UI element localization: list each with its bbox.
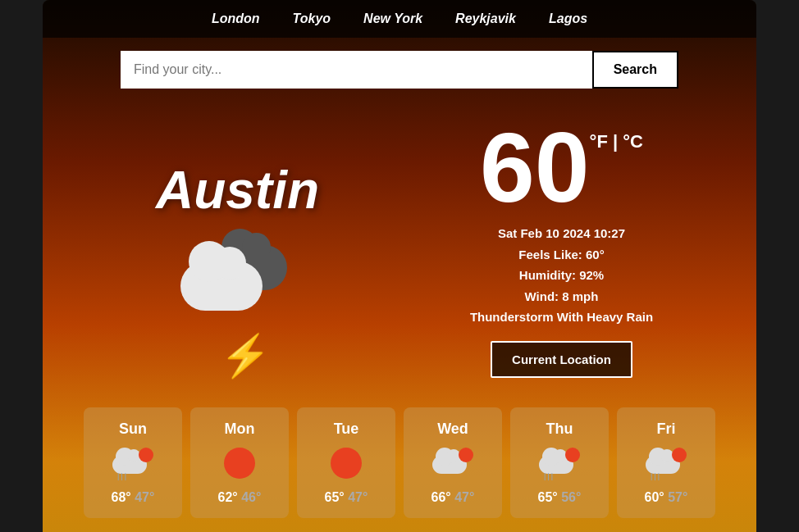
forecast-card-mon: Mon 62° 46° bbox=[190, 407, 289, 518]
app-container: London Tokyo New York Reykjavik Lagos Se… bbox=[43, 0, 756, 532]
forecast-day-sun: Sun bbox=[94, 421, 172, 438]
nav-city-london[interactable]: London bbox=[212, 11, 260, 26]
forecast-section: Sun ||| 68° 47° Mon 62° 46° bbox=[43, 394, 756, 533]
forecast-icon-thu: ||| bbox=[539, 448, 580, 480]
current-location-button[interactable]: Current Location bbox=[491, 341, 632, 378]
forecast-icon-wed bbox=[432, 448, 473, 480]
search-bar: Search bbox=[121, 51, 678, 89]
forecast-day-mon: Mon bbox=[200, 421, 279, 438]
date-time: Sat Feb 10 2024 10:27 bbox=[416, 223, 707, 244]
temperature: 60 bbox=[480, 118, 589, 216]
feels-like: Feels Like: 60° bbox=[416, 244, 707, 266]
forecast-day-fri: Fri bbox=[627, 421, 705, 438]
temp-display: 60 °F | °C bbox=[416, 118, 707, 216]
weather-info: 60 °F | °C Sat Feb 10 2024 10:27 Feels L… bbox=[416, 118, 707, 378]
forecast-temps-fri: 60° 57° bbox=[627, 490, 705, 505]
search-input[interactable] bbox=[121, 51, 592, 89]
forecast-day-wed: Wed bbox=[413, 421, 492, 438]
forecast-day-thu: Thu bbox=[520, 421, 599, 438]
forecast-card-wed: Wed 66° 47° bbox=[404, 407, 502, 518]
humidity: Humidity: 92% bbox=[416, 265, 707, 286]
forecast-icon-tue bbox=[326, 448, 367, 480]
nav-city-lagos[interactable]: Lagos bbox=[549, 11, 587, 26]
weather-details: Sat Feb 10 2024 10:27 Feels Like: 60° Hu… bbox=[416, 223, 707, 328]
forecast-card-fri: Fri ||| 60° 57° bbox=[617, 407, 715, 518]
nav-city-tokyo[interactable]: Tokyo bbox=[293, 11, 331, 26]
forecast-card-tue: Tue 65° 47° bbox=[297, 407, 395, 518]
forecast-temps-thu: 65° 56° bbox=[520, 490, 599, 505]
forecast-icon-mon bbox=[219, 448, 260, 480]
cloud-front-icon bbox=[180, 261, 263, 311]
forecast-icon-sun: ||| bbox=[112, 448, 153, 480]
wind: Wind: 8 mph bbox=[416, 286, 707, 307]
forecast-card-sun: Sun ||| 68° 47° bbox=[84, 407, 182, 518]
forecast-temps-tue: 65° 47° bbox=[307, 490, 386, 505]
top-nav: London Tokyo New York Reykjavik Lagos bbox=[43, 0, 756, 38]
condition: Thunderstorm With Heavy Rain bbox=[416, 307, 707, 328]
forecast-temps-mon: 62° 46° bbox=[200, 490, 279, 505]
nav-city-reykjavik[interactable]: Reykjavik bbox=[455, 11, 516, 26]
forecast-card-thu: Thu ||| 65° 56° bbox=[510, 407, 609, 518]
temp-units: °F | °C bbox=[590, 131, 643, 152]
city-icon-section: Austin ⚡ bbox=[92, 160, 383, 335]
city-name: Austin bbox=[156, 160, 319, 221]
forecast-day-tue: Tue bbox=[307, 421, 386, 438]
forecast-temps-sun: 68° 47° bbox=[94, 490, 172, 505]
weather-icon-large: ⚡ bbox=[172, 237, 304, 335]
main-weather: Austin ⚡ 60 °F | °C Sat Feb 10 2024 10:2… bbox=[43, 102, 756, 394]
forecast-icon-fri: ||| bbox=[646, 448, 687, 480]
forecast-temps-wed: 66° 47° bbox=[413, 490, 492, 505]
search-button[interactable]: Search bbox=[592, 51, 678, 89]
nav-city-newyork[interactable]: New York bbox=[363, 11, 422, 26]
